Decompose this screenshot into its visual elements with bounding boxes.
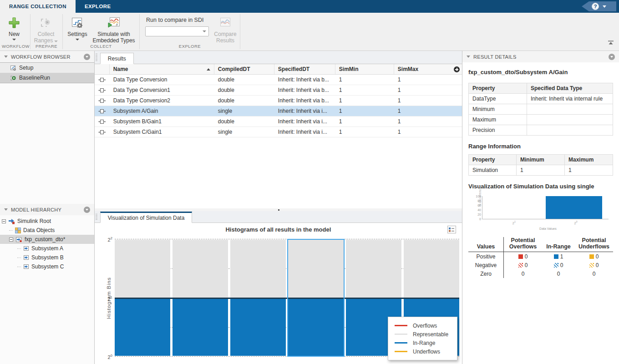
column-header-name[interactable]: Name [110,64,214,74]
results-tab[interactable]: Results [100,53,134,64]
tree-item-subsystem-c[interactable]: Subsystem C [0,262,94,271]
result-row[interactable]: Subsystem B/Gain1 double Inherit: Inheri… [95,116,462,127]
data-objects-icon [15,228,21,233]
tree-connector [17,258,21,258]
collapse-toolstrip-button[interactable] [608,39,614,47]
column-header-specifieddt[interactable]: SpecifiedDT [274,64,335,74]
tab-explore[interactable]: EXPLORE [76,0,120,13]
legend-item-overflows[interactable]: Overflows [388,321,457,330]
model-hierarchy-panel: MODEL HIERARCHY Simulink Root Data Objec… [0,204,94,364]
collect-ranges-button[interactable]: Collect Ranges [32,14,60,44]
underflows-col-header: Potential Underflows [575,237,613,252]
settings-button[interactable]: Settings [65,14,90,40]
sdi-run-combobox[interactable] [145,26,209,36]
legend-item-representable[interactable]: Representable [388,330,457,339]
ribbon-section-explore: Run to compare in SDI Compare Results [140,13,240,51]
model-icon [15,237,22,243]
range-information-heading: Range Information [468,143,613,150]
collapse-triangle-icon[interactable] [467,56,470,58]
help-button[interactable]: ? [582,1,616,11]
tab-range-collection[interactable]: RANGE COLLECTION [0,0,76,13]
left-sidebar: WORKFLOW BROWSER Setup BaselineRun MODEL… [0,51,95,364]
tree-expander-icon[interactable] [9,238,13,242]
property-row[interactable]: Minimum [469,104,613,115]
mini-y-tick: 40 [477,208,481,212]
section-label-collect: COLLECT [65,44,137,51]
compare-results-button[interactable]: Compare Results [213,14,238,44]
column-header-compileddt[interactable]: CompiledDT [214,64,274,74]
compare-label-line2: Results [216,37,234,44]
legend-item-inrange[interactable]: In-Range [388,339,457,347]
result-row[interactable]: Data Type Conversion double Inherit: Inh… [95,75,462,85]
property-row[interactable]: Precision [469,125,613,136]
workflow-item-label: BaselineRun [19,75,50,81]
row-label-negative: Negative [468,261,504,269]
block-icon [98,109,106,114]
y-tick-label: 20 [101,354,112,360]
workflow-browser-title: WORKFLOW BROWSER [11,54,81,60]
pane-drag-handle[interactable] [96,54,97,61]
tree-item-data-objects[interactable]: Data Objects [0,226,94,235]
tree-item-fxp-custom-dto[interactable]: fxp_custom_dto* [0,235,94,244]
new-button[interactable]: New [2,14,26,40]
ribbon-section-prepare: Collect Ranges PREPARE [30,13,62,51]
underflows-swatch [395,351,407,352]
tree-expander-icon[interactable] [2,219,6,223]
column-header-simmin[interactable]: SimMin [335,64,394,74]
visualization-tab[interactable]: Visualization of Simulation Data [100,212,193,223]
baseline-run-icon [10,75,16,81]
pane-drag-handle[interactable] [96,214,97,220]
yellow-square-icon [589,254,594,259]
tree-item-label: Simulink Root [17,218,51,224]
tree-item-subsystem-b[interactable]: Subsystem B [0,253,94,262]
row-label-positive: Positive [468,252,504,261]
property-row[interactable]: DataTypeInherit: Inherit via internal ru… [469,94,613,104]
visualization-pane: Visualization of Simulation Data Histogr… [95,211,462,364]
legend-toggle-button[interactable] [447,226,456,233]
workflow-item-list: Setup BaselineRun [0,62,94,83]
workflow-item-baselinerun[interactable]: BaselineRun [0,73,94,83]
mini-y-tick: 20 [477,213,481,216]
green-plus-icon [8,15,20,30]
result-row[interactable]: Subsystem C/Gain1 single Inherit: Inheri… [95,127,462,137]
workflow-item-setup[interactable]: Setup [0,63,94,73]
negative-overflows: 0 [504,261,542,269]
result-details-panel: RESULT DETAILS fxp_custom_dto/Subsystem … [462,51,619,364]
blue-square-icon [554,254,558,259]
tree-item-simulink-root[interactable]: Simulink Root [0,217,94,226]
column-header-simmax[interactable]: SimMax [394,64,462,74]
run-to-compare-label: Run to compare in SDI [146,17,209,23]
simulate-fi-icon: fi [107,15,121,30]
inrange-swatch [395,342,407,344]
result-row[interactable]: Data Type Conversion2 double Inherit: In… [95,96,462,106]
result-row-selected[interactable]: Subsystem A/Gain single Inherit: Inherit… [95,106,462,116]
histogram-bar-selected[interactable] [288,239,344,357]
panel-menu-button[interactable] [84,54,90,60]
collapse-triangle-icon[interactable] [4,208,8,211]
legend-item-underflows[interactable]: Underflows [388,347,457,356]
collect-label-line2: Ranges [34,37,58,44]
panel-menu-button[interactable] [609,54,615,60]
range-row[interactable]: Simulation 1 1 [469,165,613,176]
results-tabstrip: Results [95,51,462,64]
ribbon-divider [240,14,240,49]
subsystem-icon [23,255,29,260]
range-table: Property Minimum Maximum Simulation 1 1 [468,154,613,176]
result-row[interactable]: Data Type Conversion1 double Inherit: In… [95,85,462,96]
property-row[interactable]: Maximum [469,115,613,125]
model-hierarchy-tree: Simulink Root Data Objects fxp_custom_dt… [0,215,94,271]
result-name: fxp_custom_dto/Subsystem A/Gain [468,69,613,76]
panel-menu-button[interactable] [84,207,90,213]
simulate-embedded-button[interactable]: fi Simulate with Embedded Types [90,14,137,44]
settings-label: Settings [67,31,87,37]
mini-y-tick: 100 [476,195,481,198]
mini-histogram-plot: % Occurrences 100 80 60 40 20 0 21 20 [482,196,609,219]
add-column-button[interactable] [454,66,460,72]
simulate-label-line1: Simulate with [97,31,130,37]
chevron-down-icon [603,5,606,8]
tree-item-subsystem-a[interactable]: Subsystem A [0,244,94,253]
results-pane: Results Name CompiledDT SpecifiedDT SimM… [95,51,462,208]
collapse-triangle-icon[interactable] [4,56,8,58]
result-details-header: RESULT DETAILS [462,51,619,62]
toolstrip-tab-bar: RANGE COLLECTION EXPLORE ? [0,0,619,13]
